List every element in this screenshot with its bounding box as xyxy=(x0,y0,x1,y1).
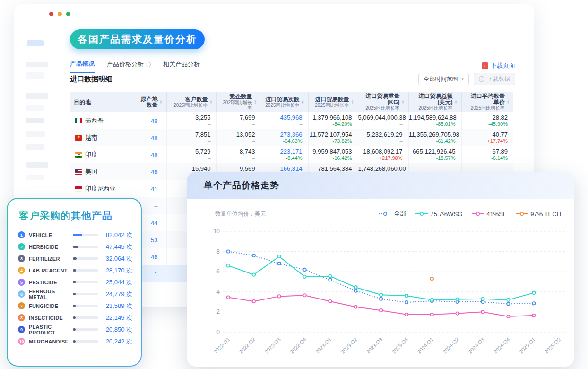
column-label: 进口贸易重量(KG) xyxy=(362,93,400,105)
product-list-item[interactable]: 7FUNGICIDE23,589 次 xyxy=(18,300,132,312)
tab-label: 相关产品分析 xyxy=(163,60,200,69)
destination-cell[interactable]: 印度尼西亚 xyxy=(70,184,122,193)
sort-carets[interactable]: ▲▼ xyxy=(351,100,354,105)
cell-value: 5,232,619.29 xyxy=(358,131,403,138)
cell-value: 67.89 xyxy=(462,148,508,155)
origin-count[interactable]: 49 xyxy=(128,117,161,124)
sort-carets[interactable]: ▲▼ xyxy=(302,100,304,105)
legend-item[interactable]: 75.7%WSG xyxy=(415,211,462,218)
price-trend-card: 单个产品价格走势 数量单位均价：美元 全部75.7%WSG41%SL97% TE… xyxy=(187,172,574,367)
country-flag-icon xyxy=(75,118,82,123)
column-header[interactable]: 竞企数量2025同比增长率▲▼ xyxy=(216,92,261,112)
column-header[interactable]: 进口贸易总额(美元)2025同比增长率▲▼ xyxy=(408,92,461,112)
svg-text:10: 10 xyxy=(214,228,220,235)
product-list-item[interactable]: 1VEHICLE82,042 次 xyxy=(18,229,132,241)
destination-cell[interactable]: 墨西哥 xyxy=(70,116,122,125)
sort-carets[interactable]: ▲▼ xyxy=(402,100,405,105)
download-data-button[interactable]: ↓ 下载数据 xyxy=(474,73,515,85)
cell-yoy: – xyxy=(167,121,211,127)
skeleton-bar xyxy=(26,131,45,137)
table-header-row: 目的地原产地数量▲▼客户数量2025同比增长率▲▼竞企数量2025同比增长率▲▼… xyxy=(70,92,513,112)
column-header[interactable]: 客户数量2025同比增长率▲▼ xyxy=(166,92,216,112)
cell-value[interactable]: 166,814 xyxy=(261,165,303,172)
product-list-item[interactable]: 10MERCHANDISE20,242 次 xyxy=(18,335,132,347)
legend-item[interactable]: 全部 xyxy=(379,210,406,218)
svg-text:2022-Q4: 2022-Q4 xyxy=(289,336,307,355)
origin-count[interactable]: 46 xyxy=(128,168,161,176)
product-name: LAB REAGENT xyxy=(29,268,73,273)
cell-value: 8,743 xyxy=(217,148,255,155)
sort-carets[interactable]: ▲▼ xyxy=(254,100,257,105)
cell-value: 9,959,847,053 xyxy=(309,148,352,155)
origin-count[interactable]: 41 xyxy=(128,185,161,193)
minimize-window-icon[interactable] xyxy=(58,12,62,16)
chevron-down-icon: ▾ xyxy=(461,77,464,81)
svg-text:2023-Q2: 2023-Q2 xyxy=(340,336,358,355)
column-label: 进口贸易次数 xyxy=(265,97,299,103)
destination-cell[interactable]: 美国 xyxy=(70,167,122,176)
legend-item[interactable]: 97% TECH xyxy=(516,211,561,218)
cell-value[interactable]: 223,171 xyxy=(261,148,303,155)
country-name: 越南 xyxy=(85,133,97,142)
product-name: PESTICIDE xyxy=(29,280,73,285)
product-list-item[interactable]: 2HERBICIDE47,445 次 xyxy=(18,241,132,253)
cell-value: 15,940 xyxy=(167,165,211,172)
country-flag-icon xyxy=(75,152,82,158)
tab-bar: 产品概况产品价格分析相关产品分析 xyxy=(70,60,200,73)
tab-2[interactable]: 产品价格分析 xyxy=(107,60,151,73)
skeleton-bar xyxy=(26,175,44,180)
tab-3[interactable]: 相关产品分析 xyxy=(163,60,200,73)
product-list-item[interactable]: 8INSECTICIDE22,149 次 xyxy=(18,312,132,324)
skeleton-bar xyxy=(26,118,44,123)
product-list-item[interactable]: 5PESTICIDE25,044 次 xyxy=(18,276,132,288)
product-list-item[interactable]: 6FERROUS METAL24,779 次 xyxy=(18,288,132,300)
time-range-select[interactable]: 全部时间范围 ▾ xyxy=(418,73,469,85)
product-list-item[interactable]: 9PLASTIC PRODUCT20,850 次 xyxy=(18,324,132,335)
maximize-window-icon[interactable] xyxy=(66,12,70,16)
sort-carets[interactable]: ▲▼ xyxy=(160,100,163,105)
destination-cell[interactable]: 印度 xyxy=(70,150,122,159)
sort-carets[interactable]: ▲▼ xyxy=(455,100,458,105)
skeleton-bar xyxy=(26,105,44,111)
product-list-item[interactable]: 4LAB REAGENT28,170 次 xyxy=(18,264,132,276)
column-header[interactable]: 进口贸易数量2025同比增长率▲▼ xyxy=(308,92,358,112)
svg-text:4: 4 xyxy=(216,289,220,295)
column-header[interactable]: 进口平均数量单价2025同比增长率▲▼ xyxy=(461,92,513,112)
cell-value[interactable]: 273,366 xyxy=(261,131,303,138)
cell-yoy: – xyxy=(261,121,303,127)
legend-item[interactable]: 41%SL xyxy=(472,211,506,218)
tab-1[interactable]: 产品概况 xyxy=(70,60,95,73)
page: 各国产品需求及量价分析 产品概况产品价格分析相关产品分析 ↓ 下载页面 进口数据… xyxy=(0,0,588,369)
column-header[interactable]: 进口贸易重量(KG)2025同比增长率▲▼ xyxy=(358,92,408,112)
sort-carets[interactable]: ▲▼ xyxy=(507,100,510,105)
legend-marker xyxy=(415,211,428,216)
section-title: 进口数据明细 xyxy=(70,75,112,84)
rank-badge: 4 xyxy=(18,267,25,274)
sort-carets[interactable]: ▲▼ xyxy=(210,100,213,105)
product-list-item[interactable]: 3FERTILIZER32,064 次 xyxy=(18,253,132,264)
svg-text:6: 6 xyxy=(216,268,220,275)
product-name: PLASTIC PRODUCT xyxy=(29,324,73,335)
table-row: 越南487,851–13,052–273,366-64.63%11,572,10… xyxy=(70,129,513,146)
column-label: 进口贸易总额(美元) xyxy=(413,93,453,105)
download-page-button[interactable]: ↓ 下载页面 xyxy=(482,62,515,70)
origin-count[interactable]: 48 xyxy=(128,151,161,158)
download-data-label: 下载数据 xyxy=(487,75,510,83)
svg-text:2024-Q2: 2024-Q2 xyxy=(441,336,460,355)
product-name: FUNGICIDE xyxy=(29,303,73,309)
tab-label: 产品概况 xyxy=(70,60,95,68)
destination-cell[interactable]: 越南 xyxy=(70,133,122,142)
svg-text:2024-Q1: 2024-Q1 xyxy=(416,336,434,355)
column-header[interactable]: 原产地数量▲▼ xyxy=(128,92,166,112)
cell-value[interactable]: 435,968 xyxy=(261,114,303,121)
column-label: 原产地数量 xyxy=(141,96,158,108)
column-header[interactable]: 进口贸易次数2025同比增长率▲▼ xyxy=(261,92,308,112)
yoy-sublabel: 2025同比增长率 xyxy=(315,103,349,108)
product-bar xyxy=(73,316,98,319)
origin-count[interactable]: 48 xyxy=(128,134,161,141)
product-count: 25,044 次 xyxy=(103,278,132,287)
close-window-icon[interactable] xyxy=(49,12,53,16)
product-bar xyxy=(73,305,98,307)
download-data-icon: ↓ xyxy=(479,76,484,82)
product-bar xyxy=(73,340,98,343)
